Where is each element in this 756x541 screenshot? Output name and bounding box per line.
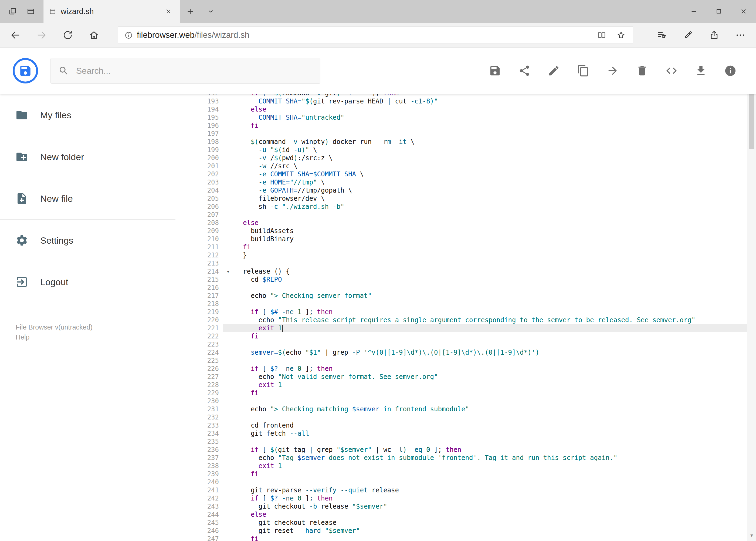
raw-code-button[interactable] — [665, 65, 678, 77]
more-options-button[interactable] — [727, 23, 753, 48]
code-line-238[interactable]: exit 1 — [243, 462, 756, 470]
sidebar-item-my-files[interactable]: My files — [0, 94, 175, 136]
sidebar-item-logout[interactable]: Logout — [0, 261, 175, 303]
address-bar[interactable]: filebrowser.web/files/wizard.sh — [118, 26, 633, 44]
code-line-200[interactable]: -v /$(pwd):/src:z \ — [243, 154, 756, 162]
info-button[interactable] — [724, 65, 737, 77]
code-line-234[interactable]: git fetch --all — [243, 429, 756, 437]
reading-view-button[interactable] — [592, 27, 611, 43]
code-line-197[interactable] — [243, 130, 756, 138]
code-line-213[interactable] — [243, 259, 756, 268]
hub-button[interactable] — [648, 23, 675, 48]
set-tabs-aside-button[interactable] — [3, 0, 22, 23]
code-line-202[interactable]: -e COMMIT_SHA=$COMMIT_SHA \ — [243, 170, 756, 178]
filebrowser-logo[interactable] — [13, 58, 38, 84]
code-line-220[interactable]: echo "This release script requires a sin… — [243, 316, 756, 324]
code-line-207[interactable] — [243, 211, 756, 219]
code-line-228[interactable]: exit 1 — [243, 381, 756, 389]
code-line-243[interactable]: git checkout -b release "$semver" — [243, 502, 756, 510]
code-line-226[interactable]: if [ $? -ne 0 ]; then — [243, 365, 756, 373]
help-link[interactable]: Help — [16, 332, 29, 342]
minimize-button[interactable] — [681, 0, 706, 23]
code-line-198[interactable]: $(command -v winpty) docker run --rm -it… — [243, 138, 756, 146]
fold-marker-icon[interactable]: ▾ — [227, 268, 230, 275]
share-button[interactable] — [518, 65, 531, 77]
code-line-247[interactable]: fi — [243, 535, 756, 541]
code-line-218[interactable] — [243, 300, 756, 308]
rename-button[interactable] — [548, 65, 560, 77]
code-line-196[interactable]: fi — [243, 122, 756, 130]
code-line-192[interactable]: if [ "$(command -v git)" != "" ]; then — [243, 94, 756, 97]
code-line-215[interactable]: cd $REPO — [243, 275, 756, 283]
code-line-236[interactable]: if [ $(git tag | grep "$semver" | wc -l)… — [243, 446, 756, 454]
download-button[interactable] — [695, 65, 707, 77]
code-line-231[interactable]: echo "> Checking matching $semver in fro… — [243, 405, 756, 413]
sidebar-item-settings[interactable]: Settings — [0, 220, 175, 261]
browser-tab[interactable]: wizard.sh — [43, 0, 180, 23]
code-line-193[interactable]: COMMIT_SHA="$(git rev-parse HEAD | cut -… — [243, 97, 756, 105]
code-line-211[interactable]: fi — [243, 243, 756, 251]
share-button[interactable] — [701, 23, 727, 48]
code-line-208[interactable]: else — [243, 219, 756, 227]
code-line-201[interactable]: -w //src \ — [243, 162, 756, 170]
favorite-star-button[interactable] — [611, 27, 631, 43]
code-line-240[interactable] — [243, 478, 756, 486]
save-button[interactable] — [489, 65, 501, 77]
code-line-246[interactable]: git reset --hard "$semver" — [243, 527, 756, 535]
maximize-button[interactable] — [706, 0, 731, 23]
editor-code[interactable]: if [ "$(command -v git)" != "" ]; then C… — [223, 94, 756, 541]
code-line-242[interactable]: if [ $? -ne 0 ]; then — [243, 494, 756, 502]
close-button[interactable] — [731, 0, 756, 23]
code-line-224[interactable]: semver=$(echo "$1" | grep -P '^v(0|[1-9]… — [243, 348, 756, 356]
code-line-205[interactable]: filebrowser/dev \ — [243, 195, 756, 203]
code-line-235[interactable] — [243, 437, 756, 446]
code-line-239[interactable]: fi — [243, 470, 756, 478]
code-line-212[interactable]: } — [243, 251, 756, 259]
code-line-199[interactable]: -u "$(id -u)" \ — [243, 146, 756, 154]
search-input[interactable] — [76, 66, 313, 76]
sidebar-item-new-folder[interactable]: New folder — [0, 136, 175, 178]
delete-button[interactable] — [636, 65, 648, 77]
code-line-204[interactable]: -e GOPATH=//tmp/gopath \ — [243, 186, 756, 195]
code-line-237[interactable]: echo "Tag $semver does not exist in subm… — [243, 454, 756, 462]
copy-button[interactable] — [577, 65, 590, 77]
code-line-210[interactable]: buildBinary — [243, 235, 756, 243]
code-editor[interactable]: 1921931941951961971981992002012022032042… — [175, 94, 756, 541]
code-line-241[interactable]: git rev-parse --verify --quiet release — [243, 486, 756, 494]
move-button[interactable] — [607, 65, 619, 77]
annotate-button[interactable] — [675, 23, 701, 48]
code-line-206[interactable]: sh -c "./wizard.sh -b" — [243, 203, 756, 211]
forward-button[interactable] — [28, 23, 55, 48]
search-box[interactable] — [51, 58, 320, 84]
tab-list-chevron-button[interactable] — [200, 0, 221, 23]
code-line-225[interactable] — [243, 356, 756, 365]
code-line-230[interactable] — [243, 397, 756, 405]
refresh-button[interactable] — [55, 23, 81, 48]
code-line-232[interactable] — [243, 413, 756, 421]
code-line-216[interactable] — [243, 283, 756, 292]
code-line-227[interactable]: echo "Not valid semver format. See semve… — [243, 373, 756, 381]
scroll-down-arrow[interactable]: ▼ — [747, 531, 756, 540]
code-line-222[interactable]: fi — [243, 332, 756, 340]
tab-close-button[interactable] — [162, 5, 174, 17]
code-line-214[interactable]: release () { — [243, 268, 756, 275]
tabs-preview-button[interactable] — [22, 0, 40, 23]
code-line-229[interactable]: fi — [243, 389, 756, 397]
code-line-221[interactable]: exit 1 — [223, 324, 756, 332]
back-button[interactable] — [2, 23, 28, 48]
code-line-219[interactable]: if [ $# -ne 1 ]; then — [243, 308, 756, 316]
code-line-195[interactable]: COMMIT_SHA="untracked" — [243, 114, 756, 122]
code-line-223[interactable] — [243, 340, 756, 348]
code-line-245[interactable]: git checkout release — [243, 519, 756, 527]
code-line-244[interactable]: else — [243, 510, 756, 519]
code-line-203[interactable]: -e HOME="//tmp" \ — [243, 178, 756, 186]
code-line-233[interactable]: cd frontend — [243, 421, 756, 429]
code-line-217[interactable]: echo "> Checking semver format" — [243, 292, 756, 300]
code-line-209[interactable]: buildAssets — [243, 227, 756, 235]
sidebar-item-new-file[interactable]: New file — [0, 178, 175, 219]
home-button[interactable] — [81, 23, 107, 48]
site-info-button[interactable] — [120, 31, 137, 40]
code-line-194[interactable]: else — [243, 105, 756, 114]
page-scrollbar[interactable]: ▲ ▼ — [747, 48, 756, 541]
new-tab-button[interactable] — [180, 0, 200, 23]
